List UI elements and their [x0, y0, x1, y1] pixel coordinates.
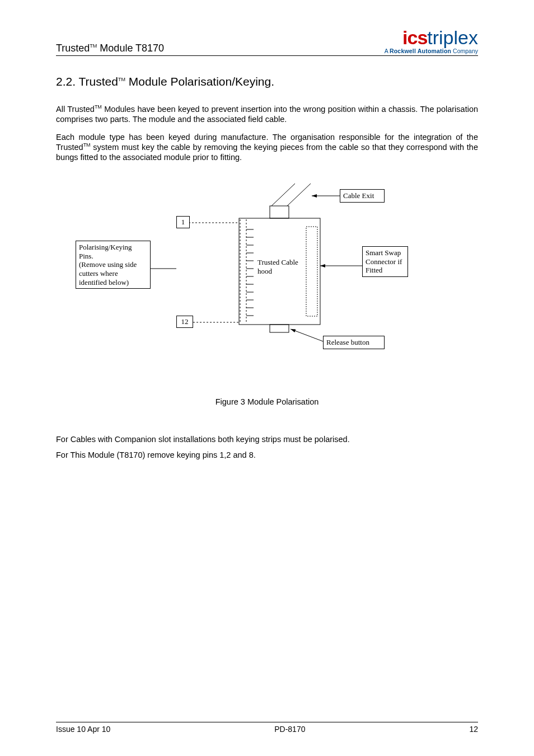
- p2-tm: TM: [83, 142, 91, 148]
- header-product-name: Trusted: [56, 43, 90, 54]
- label-pin-1: 1: [176, 216, 190, 228]
- pin-top-text: 1: [181, 218, 185, 226]
- logo: icstriplex A Rockwell Automation Company: [385, 28, 478, 54]
- logo-main: icstriplex: [385, 28, 478, 47]
- paragraph-1: All TrustedTM Modules have been keyed to…: [56, 104, 478, 124]
- header-model: Module T8170: [97, 43, 164, 54]
- p1-pre: All Trusted: [56, 105, 95, 114]
- paragraph-2: Each module type has been keyed during m…: [56, 132, 478, 162]
- footer-doc-id: PD-8170: [274, 725, 305, 734]
- svg-line-24: [291, 329, 323, 341]
- logo-sub-suffix: Company: [451, 48, 478, 54]
- logo-ics: ics: [402, 27, 427, 48]
- p1-tm: TM: [95, 104, 102, 110]
- section-title-tm: TM: [118, 77, 125, 82]
- logo-sub-bold: Rockwell Automation: [390, 48, 451, 54]
- cable-exit-text: Cable Exit: [343, 191, 374, 200]
- p1-post: Modules have been keyed to prevent inser…: [56, 105, 478, 124]
- hood-text: Trusted Cable hood: [257, 258, 298, 275]
- polarising-text: Polarising/Keying Pins. (Remove using si…: [79, 243, 137, 286]
- paragraph-4: For This Module (T8170) remove keying pi…: [56, 450, 478, 460]
- p2-post: system must key the cable by removing th…: [56, 143, 478, 162]
- section-heading: 2.2. TrustedTM Module Polarisation/Keyin…: [56, 75, 478, 88]
- footer-page-number: 12: [469, 725, 478, 734]
- header-tm: TM: [90, 43, 97, 49]
- label-release-button: Release button: [323, 336, 385, 349]
- logo-triplex: triplex: [427, 27, 478, 48]
- label-smart-swap: Smart Swap Connector if Fitted: [362, 246, 408, 277]
- logo-subtitle: A Rockwell Automation Company: [385, 48, 478, 54]
- figure-caption: Figure 3 Module Polarisation: [56, 397, 478, 406]
- figure-module-polarisation: 1 12 Polarising/Keying Pins. (Remove usi…: [71, 179, 463, 369]
- pin-bottom-text: 12: [181, 317, 189, 326]
- header-product: TrustedTM Module T8170: [56, 43, 164, 54]
- smart-swap-text: Smart Swap Connector if Fitted: [366, 248, 402, 274]
- section-title-post: Module Polarisation/Keying.: [125, 75, 274, 88]
- page-header: TrustedTM Module T8170 icstriplex A Rock…: [56, 28, 478, 56]
- page-footer: Issue 10 Apr 10 PD-8170 12: [56, 722, 478, 734]
- svg-rect-4: [270, 325, 289, 332]
- svg-line-2: [271, 184, 295, 206]
- svg-line-3: [287, 184, 311, 206]
- paragraph-3: For Cables with Companion slot installat…: [56, 434, 478, 444]
- release-text: Release button: [326, 338, 369, 346]
- label-polarising-pins: Polarising/Keying Pins. (Remove using si…: [76, 241, 151, 289]
- svg-rect-1: [270, 206, 289, 218]
- label-trusted-cable-hood: Trusted Cable hood: [255, 256, 302, 277]
- section-title-pre: Trusted: [78, 75, 118, 88]
- footer-issue: Issue 10 Apr 10: [56, 725, 110, 734]
- label-pin-12: 12: [176, 316, 193, 328]
- svg-rect-19: [306, 227, 317, 316]
- logo-sub-prefix: A: [385, 48, 390, 54]
- section-number: 2.2.: [56, 75, 78, 88]
- label-cable-exit: Cable Exit: [340, 189, 385, 203]
